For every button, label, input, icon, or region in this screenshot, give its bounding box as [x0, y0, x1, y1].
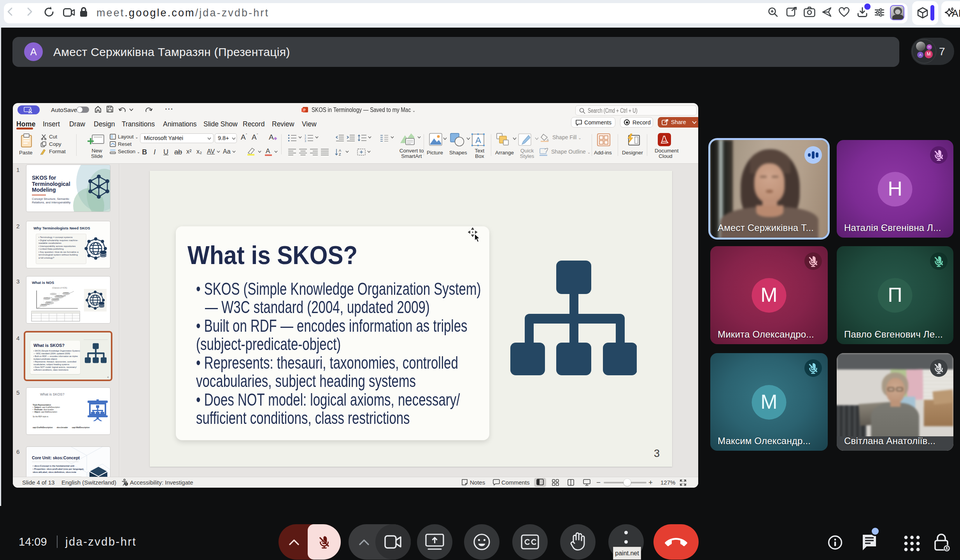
svg-text:P: P [303, 108, 306, 112]
svg-text:A: A [475, 135, 481, 145]
svg-text:Taxonomies: Taxonomies [52, 298, 59, 300]
svg-text:1: 1 [305, 134, 306, 137]
svg-text:Subject Headings: Subject Headings [56, 295, 66, 297]
svg-text:!: ! [126, 483, 126, 485]
svg-text:A: A [339, 149, 341, 152]
svg-text:Classification &: Classification & [44, 297, 53, 299]
svg-text:Thesauri: Thesauri [46, 301, 51, 303]
svg-text:Synonym Ring: Synonym Ring [41, 304, 49, 305]
svg-text:Z: Z [339, 152, 341, 156]
svg-text:3: 3 [305, 140, 306, 142]
svg-text:2: 2 [305, 137, 306, 140]
